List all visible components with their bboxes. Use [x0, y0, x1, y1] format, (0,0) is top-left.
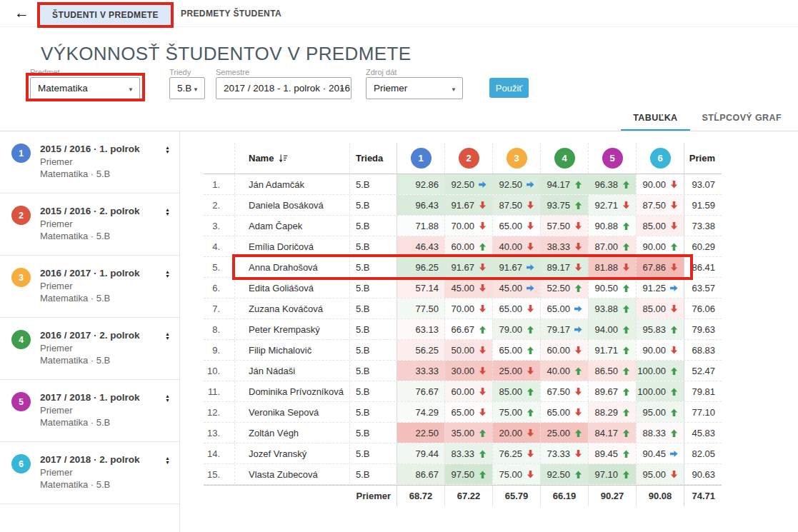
table-row[interactable]: 11.Dominika Prívozníková5.B76.6760.0085.…: [204, 381, 722, 402]
trend-same-icon: [527, 264, 534, 271]
score-value: 79.44: [415, 448, 439, 459]
trend-same-icon: [479, 181, 487, 189]
row-index: 9.: [204, 340, 234, 360]
predmet-select[interactable]: Matematika ▼: [30, 77, 140, 99]
student-average: 76.06: [684, 298, 722, 318]
sidebar-item-semester-5[interactable]: 52017 / 2018 · 1. polrokPriemerMatematik…: [0, 380, 179, 442]
table-row[interactable]: 14.Jozef Vranský5.B79.4483.3376.2573.338…: [204, 443, 722, 464]
table-row[interactable]: 15.Vlasta Zubecová5.B86.6797.5075.0092.5…: [204, 464, 722, 485]
zdroj-dat-select[interactable]: Priemer ▼: [366, 77, 463, 99]
sidebar-item-semester-3[interactable]: 32016 / 2017 · 1. polrokPriemerMatematik…: [0, 256, 179, 318]
score-value: 65.00: [499, 221, 522, 231]
reorder-arrows-icon[interactable]: ▲▼: [165, 394, 170, 403]
score-cell: 25.00: [540, 423, 588, 443]
score-value: 77.50: [415, 303, 439, 314]
semester-subject-class: Matematika · 5.B: [40, 230, 151, 242]
score-value: 85.00: [642, 221, 666, 231]
page-title: VÝKONNOSŤ ŠTUDENTOV V PREDMETE: [41, 43, 412, 65]
reorder-arrows-icon[interactable]: ▲▼: [165, 146, 170, 154]
semestre-select[interactable]: 2017 / 2018 - 1. polrok · 2016... ▼: [216, 77, 351, 99]
table-row[interactable]: 13.Zoltán Végh5.B22.5035.0020.0025.0084.…: [204, 423, 722, 443]
trend-up-icon: [622, 326, 630, 333]
score-value: 95.00: [642, 407, 666, 418]
score-cell: 89.67: [588, 381, 636, 401]
trend-down-icon: [527, 450, 534, 458]
tab-stlpcovy-graf[interactable]: STĹPCOVÝ GRAF: [690, 107, 794, 131]
overall-average: 74.71: [684, 486, 722, 506]
sidebar-item-semester-6[interactable]: 62017 / 2018 · 2. polrokPriemerMatematik…: [0, 442, 179, 504]
semester-subject-class: Matematika · 5.B: [40, 416, 151, 428]
trend-up-icon: [479, 429, 487, 437]
triedy-select[interactable]: 5.B ▼: [169, 77, 205, 99]
trend-up-icon: [479, 243, 487, 251]
column-average: 66.19: [540, 486, 588, 506]
trend-up-icon: [622, 367, 630, 375]
table-row[interactable]: 2.Daniela Bosáková5.B96.4391.6787.5093.7…: [204, 195, 722, 216]
trend-up-icon: [622, 284, 630, 292]
table-row[interactable]: 1.Ján Adamčák5.B92.8692.5092.5094.1796.3…: [204, 174, 722, 195]
score-value: 46.43: [415, 241, 439, 252]
column-header-series-4: 4: [540, 143, 588, 174]
student-average: 68.83: [684, 340, 722, 360]
score-cell: 40.00: [540, 361, 588, 381]
apply-button[interactable]: Použiť: [489, 78, 529, 98]
score-cell: 92.50: [444, 174, 492, 194]
score-value: 74.29: [415, 407, 439, 418]
series-number-badge: 4: [11, 330, 31, 349]
table-row[interactable]: 7.Zuzana Kováčová5.B77.5070.0065.0065.00…: [204, 298, 722, 319]
table-row[interactable]: 4.Emília Doričová5.B46.4360.0040.0038.33…: [204, 236, 722, 257]
reorder-arrows-icon[interactable]: ▲▼: [165, 270, 170, 278]
trend-up-icon: [670, 326, 678, 333]
semester-source: Priemer: [40, 466, 151, 478]
trend-down-icon: [670, 305, 678, 313]
semester-title: 2016 / 2017 · 2. polrok: [40, 330, 151, 341]
students-table: NameTrieda123456Priem1.Ján Adamčák5.B92.…: [204, 143, 722, 506]
score-cell: 33.33: [396, 361, 444, 381]
sidebar-item-semester-2[interactable]: 22015 / 2016 · 2. polrokPriemerMatematik…: [0, 194, 179, 256]
score-value: 25.00: [499, 366, 522, 376]
semester-source: Priemer: [40, 156, 151, 168]
student-average: 93.07: [684, 174, 722, 194]
score-cell: 30.00: [444, 361, 492, 381]
table-row[interactable]: 8.Peter Krempaský5.B63.1366.6779.0079.17…: [204, 319, 722, 340]
student-class: 5.B: [349, 361, 396, 381]
score-cell: 89.17: [540, 257, 588, 277]
sort-icon[interactable]: [279, 154, 288, 163]
table-row[interactable]: 12.Veronika Sepová5.B74.2965.0075.0065.0…: [204, 402, 722, 423]
trend-down-icon: [479, 222, 487, 230]
sidebar-item-semester-4[interactable]: 42016 / 2017 · 2. polrokPriemerMatematik…: [0, 318, 179, 380]
tab-studenti-v-predmete[interactable]: ŠTUDENTI V PREDMETE: [40, 5, 171, 25]
score-value: 79.00: [499, 324, 522, 335]
score-cell: 20.00: [492, 423, 540, 443]
tab-tabulka[interactable]: TABUĽKA: [621, 107, 689, 131]
score-cell: 91.67: [444, 257, 492, 277]
triedy-label: Triedy: [169, 68, 191, 76]
reorder-arrows-icon[interactable]: ▲▼: [165, 456, 170, 465]
student-name: Daniela Bosáková: [234, 195, 349, 215]
table-row[interactable]: 6.Edita Goliášová5.B57.1445.0045.0052.50…: [204, 278, 722, 298]
score-cell: 65.00: [492, 298, 540, 318]
score-value: 57.14: [415, 283, 439, 293]
back-arrow-icon[interactable]: ←: [14, 4, 29, 21]
series-number-badge: 3: [507, 148, 527, 169]
series-number-badge: 6: [650, 148, 671, 169]
score-value: 76.67: [415, 386, 439, 397]
score-value: 89.67: [594, 386, 618, 397]
score-cell: 88.33: [636, 423, 684, 443]
table-row[interactable]: 3.Adam Čapek5.B71.8870.0065.0057.5090.88…: [204, 216, 722, 236]
score-value: 75.00: [499, 407, 522, 418]
table-row[interactable]: 9.Filip Michalovič5.B56.2550.0065.0060.0…: [204, 340, 722, 361]
column-header-name[interactable]: Name: [234, 143, 349, 174]
trend-up-icon: [622, 429, 630, 437]
reorder-arrows-icon[interactable]: ▲▼: [165, 208, 170, 216]
semester-subject-class: Matematika · 5.B: [40, 354, 151, 366]
tab-predmety-studenta[interactable]: PREDMETY ŠTUDENTA: [169, 4, 294, 24]
reorder-arrows-icon[interactable]: ▲▼: [165, 332, 170, 341]
trend-up-icon: [574, 181, 582, 189]
student-name: Peter Krempaský: [234, 319, 349, 339]
sidebar-item-semester-1[interactable]: 12015 / 2016 · 1. polrokPriemerMatematik…: [0, 131, 179, 194]
score-cell: 63.13: [396, 319, 444, 339]
score-cell: 76.25: [492, 443, 540, 463]
table-row[interactable]: 10.Ján Nádaši5.B33.3330.0025.0040.0086.5…: [204, 361, 722, 381]
table-row[interactable]: 5.Anna Drahošová5.B96.2591.6791.6789.178…: [204, 257, 722, 278]
